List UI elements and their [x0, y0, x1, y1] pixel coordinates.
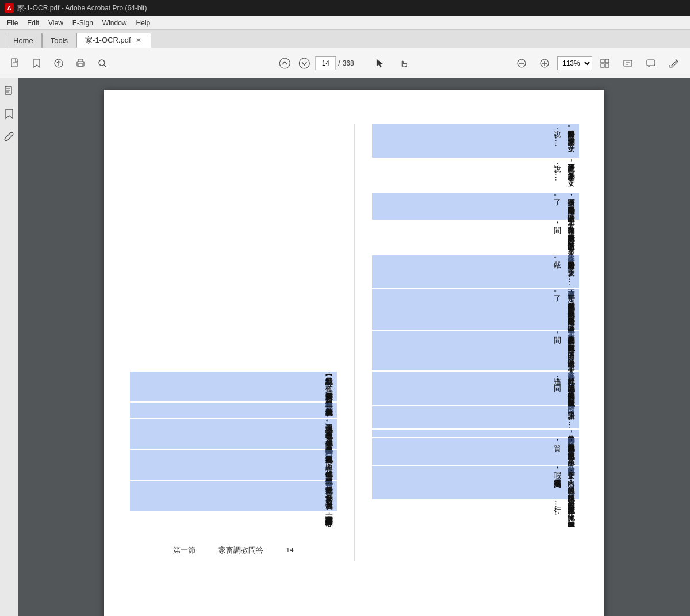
right-col-12: 嬌龍可就不行了，你太溺愛家畜了，女子說：……: [372, 159, 579, 192]
svg-rect-18: [601, 59, 604, 63]
right-col-4: 銳與冷酷的奇特魅力，隆起的胸部也豐滿壯觀: [372, 430, 579, 437]
menu-window[interactable]: Window: [98, 18, 132, 28]
tab-document[interactable]: 家-1-OCR.pdf ✕: [76, 33, 151, 48]
footer-page-number: 14: [286, 545, 294, 556]
title-text: 家-1-OCR.pdf - Adobe Acrobat Pro (64-bit): [17, 3, 147, 13]
svg-point-11: [299, 58, 309, 68]
svg-marker-3: [34, 59, 40, 67]
tab-bar: Home Tools 家-1-OCR.pdf ✕: [0, 30, 690, 48]
main-content: 面對始終無法釋懷的男子，女子說： 「嬌龍可就不行了，你太溺愛家畜了，就像那隻泰洛…: [18, 78, 690, 616]
right-col-6: 就算如此，用皮鞭或馬刺對待他們，同情馬是調教的大忌啊！女子一面呶呶地撐著紅色皮革…: [372, 372, 579, 405]
toolbar: / 368: [0, 48, 690, 78]
menu-esign[interactable]: E-Sign: [68, 18, 98, 28]
form-icon: [623, 58, 633, 68]
svg-rect-19: [605, 59, 609, 63]
right-col-8: 可是，我們應該受家畜的威嚴嗎？同情馬是調教的大忌啊！可能否定自己的同類唱，同情家…: [372, 289, 579, 329]
prev-page-button[interactable]: [276, 55, 293, 72]
right-col-5: 男子說話！……: [372, 406, 579, 428]
pdf-page: 面對始終無法釋懷的男子，女子說： 「嬌龍可就不行了，你太溺愛家畜了，就像那隻泰洛…: [104, 90, 604, 616]
zoom-search-button[interactable]: [92, 53, 113, 74]
svg-line-9: [104, 65, 106, 67]
svg-point-10: [279, 58, 290, 68]
right-col-9: 面對始終無法釋懷的男子，女子說：……一種不可思議的威嚴。: [372, 255, 579, 289]
sidebar-bookmarks-icon[interactable]: [2, 107, 16, 121]
tab-tools-label: Tools: [51, 36, 68, 45]
tab-close-button[interactable]: ✕: [135, 36, 143, 44]
edit-icon: [669, 58, 679, 68]
zoom-out-button[interactable]: [511, 53, 532, 74]
upload-icon: [53, 58, 64, 68]
hand-tool-button[interactable]: [393, 53, 414, 74]
view-mode-icon: [600, 58, 610, 68]
comment-button[interactable]: [641, 53, 661, 74]
hand-icon: [398, 58, 409, 68]
footer-title: 家畜調教問答: [218, 545, 263, 556]
right-col-2: 女子是：名白人，黑色的頭髮，茶褐色的眼珠，肌膚若白雪般無瑕，交織著某種敏感: [372, 466, 579, 499]
comment-icon: [646, 58, 656, 68]
tab-home[interactable]: Home: [5, 33, 42, 48]
form-button[interactable]: [618, 53, 638, 74]
arrow-down-icon: [298, 58, 310, 69]
svg-rect-7: [78, 64, 83, 66]
page-number-input[interactable]: [315, 56, 336, 70]
sidebar-pages-icon[interactable]: [2, 84, 16, 98]
zoom-in-button[interactable]: [534, 53, 555, 74]
right-col-7: 情馬是調教的大忌啊！女子一面呶呶地撐著紅色皮革的紐鞭，一面回答道：「同情家畜的說…: [372, 331, 579, 370]
bookmark-icon: [32, 58, 42, 68]
print-button[interactable]: [70, 53, 91, 74]
right-col-10: 帶著一種東西，只能用來對待自己的同類唱，同情家畜的說法，太可愛了。女子的音談間，: [372, 221, 579, 254]
right-col-1: 愈知道我們比牠強，比牠偉大，就必須徹底教訓牠們才行……: [372, 500, 579, 527]
sidebar-attachments-icon[interactable]: [2, 130, 16, 144]
svg-point-8: [99, 60, 105, 66]
right-col-11: 情這種東西，只能用來對待自己的同類嗎，同情家畜的說法，太可愛了。: [372, 193, 579, 220]
menu-view[interactable]: View: [44, 18, 68, 28]
page-separator: /: [338, 59, 340, 67]
zoom-selector[interactable]: 113% 100% 75% 150%: [557, 56, 592, 70]
bookmarks-icon: [3, 108, 15, 120]
pages-icon: [3, 85, 15, 97]
app-icon: A: [5, 3, 14, 13]
svg-rect-25: [647, 60, 655, 66]
edit-button[interactable]: [664, 53, 684, 74]
upload-button[interactable]: [48, 53, 69, 74]
page-total: 368: [343, 59, 354, 67]
magnify-icon: [97, 58, 108, 68]
menu-bar: File Edit View E-Sign Window Help: [0, 16, 690, 30]
new-file-button[interactable]: [5, 53, 25, 74]
svg-rect-22: [624, 60, 632, 66]
attachments-icon: [3, 131, 15, 143]
zoom-out-icon: [516, 58, 527, 68]
bookmark-button[interactable]: [26, 53, 47, 74]
tab-tools[interactable]: Tools: [42, 33, 76, 48]
print-icon: [75, 58, 86, 68]
next-page-button[interactable]: [296, 55, 313, 72]
tab-document-label: 家-1-OCR.pdf: [85, 35, 131, 45]
view-mode-button[interactable]: [595, 53, 615, 74]
svg-marker-12: [377, 59, 383, 67]
svg-rect-21: [605, 64, 609, 67]
left-sidebar: [0, 78, 18, 616]
svg-rect-20: [601, 64, 604, 67]
menu-file[interactable]: File: [2, 18, 22, 28]
page-divider: [354, 124, 355, 561]
select-tool-button[interactable]: [370, 53, 391, 74]
menu-edit[interactable]: Edit: [22, 18, 44, 28]
right-col-3: 與聚閉的樣貌在傲長的面容上，呈現出融合度的顏色，小巧的鼻子，她所散發的氣質，: [372, 438, 579, 465]
menu-help[interactable]: Help: [132, 18, 155, 28]
cursor-icon: [375, 58, 386, 68]
right-col-13: 面對始終無法釋懷。你太溺愛家畜了，女子說：……: [372, 124, 579, 158]
tab-home-label: Home: [13, 36, 33, 45]
title-bar: A 家-1-OCR.pdf - Adobe Acrobat Pro (64-bi…: [0, 0, 690, 16]
footer-section: 第一節: [173, 545, 195, 556]
new-file-icon: [10, 58, 20, 68]
arrow-up-icon: [279, 58, 290, 69]
zoom-in-icon: [539, 58, 550, 68]
svg-marker-31: [6, 109, 13, 118]
